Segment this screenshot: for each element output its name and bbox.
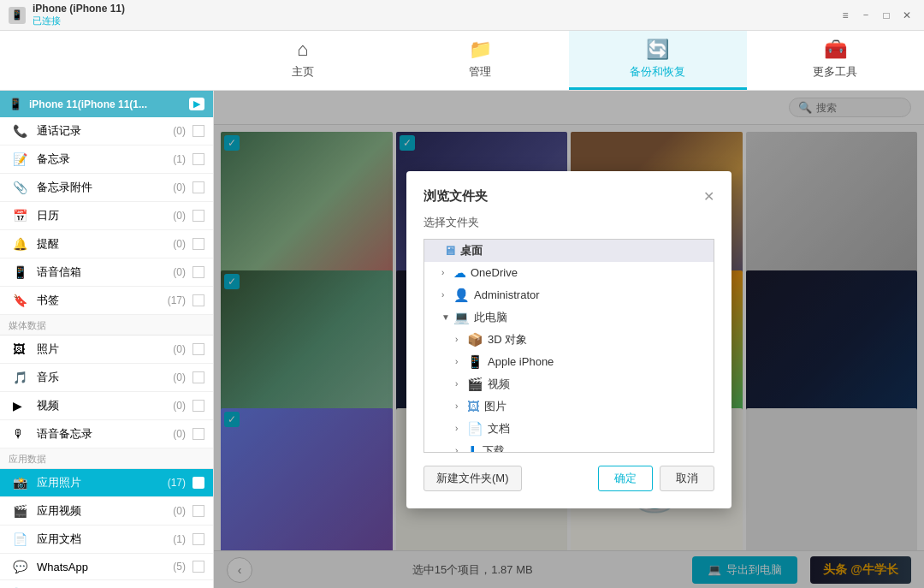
sidebar: 📱 iPhone 11(iPhone 11(1... ▶ 📞 通话记录 (0) … [0, 91, 214, 588]
nav-manage[interactable]: 📁 管理 [392, 31, 570, 90]
dialog-title: 浏览文件夹 [424, 188, 488, 205]
tree-label: Administrator [474, 288, 540, 301]
tree-arrow: › [455, 446, 467, 453]
reminder-label: 提醒 [37, 236, 173, 252]
calls-label: 通话记录 [37, 123, 173, 139]
voicemail-count: (0) [173, 266, 186, 278]
tree-arrow: › [455, 401, 467, 411]
app-photos-count: (17) [168, 477, 186, 489]
notes-checkbox[interactable] [192, 153, 204, 165]
app-icon: 📱 [9, 7, 26, 24]
tree-arrow: › [441, 290, 453, 300]
voicemail-checkbox[interactable] [192, 266, 204, 278]
sidebar-item-whatsapp-attach[interactable]: 📎 WhatsApp附件 (14) [0, 580, 213, 588]
dialog-close-button[interactable]: ✕ [703, 188, 714, 205]
sidebar-item-photos[interactable]: 🖼 照片 (0) [0, 336, 213, 364]
device-info: iPhone (iPhone 11) 已连接 [33, 3, 125, 27]
tree-item-video[interactable]: › 🎬 视频 [424, 373, 714, 395]
tree-item-downloads[interactable]: › ⬇ 下载 [424, 440, 714, 453]
calls-checkbox[interactable] [192, 125, 204, 137]
folder-tree[interactable]: 🖥 桌面 › ☁ OneDrive › 👤 Administrator [424, 239, 714, 453]
bookmarks-count: (17) [168, 294, 186, 306]
tree-item-apple-iphone[interactable]: › 📱 Apple iPhone [424, 351, 714, 373]
main-layout: 📱 iPhone 11(iPhone 11(1... ▶ 📞 通话记录 (0) … [0, 91, 924, 588]
reminder-icon: 🔔 [13, 237, 30, 251]
maximize-button[interactable]: □ [878, 7, 895, 24]
device-status: 已连接 [33, 15, 125, 27]
sidebar-item-calendar[interactable]: 📅 日历 (0) [0, 202, 213, 230]
sidebar-item-app-docs[interactable]: 📄 应用文档 (1) [0, 526, 213, 554]
calendar-count: (0) [173, 210, 186, 222]
dialog-overlay: 浏览文件夹 ✕ 选择文件夹 🖥 桌面 › ☁ OneDrive [214, 91, 924, 588]
sidebar-item-app-photos[interactable]: 📸 应用照片 (17) [0, 469, 213, 497]
video-folder-icon: 🎬 [467, 377, 483, 392]
reminder-checkbox[interactable] [192, 238, 204, 250]
sidebar-item-voicemail[interactable]: 📱 语音信箱 (0) [0, 258, 213, 287]
bookmarks-checkbox[interactable] [192, 294, 204, 306]
tree-label: OneDrive [471, 266, 518, 279]
voice-memo-checkbox[interactable] [192, 428, 204, 440]
tree-item-this-pc[interactable]: ▼ 💻 此电脑 [424, 306, 714, 329]
confirm-button[interactable]: 确定 [598, 466, 653, 491]
onedrive-icon: ☁ [453, 265, 466, 281]
window-controls: ≡ － □ ✕ [837, 7, 915, 24]
nav-backup-label: 备份和恢复 [630, 64, 685, 80]
video-icon: ▶ [13, 399, 30, 413]
docs-folder-icon: 📄 [467, 421, 483, 437]
sidebar-item-music[interactable]: 🎵 音乐 (0) [0, 364, 213, 392]
sidebar-item-reminder[interactable]: 🔔 提醒 (0) [0, 230, 213, 258]
tree-label: 图片 [484, 399, 506, 414]
nav-home[interactable]: ⌂ 主页 [214, 31, 392, 90]
notes-attach-checkbox[interactable] [192, 181, 204, 193]
tree-item-onedrive[interactable]: › ☁ OneDrive [424, 262, 714, 284]
sidebar-item-notes[interactable]: 📝 备忘录 (1) [0, 146, 213, 174]
cancel-button[interactable]: 取消 [660, 466, 714, 491]
tree-arrow: › [455, 335, 467, 344]
menu-button[interactable]: ≡ [837, 7, 854, 24]
dialog-header: 浏览文件夹 ✕ [424, 188, 714, 205]
sidebar-item-whatsapp[interactable]: 💬 WhatsApp (5) [0, 554, 213, 580]
tree-item-desktop-root[interactable]: 🖥 桌面 [424, 240, 714, 262]
photos-icon: 🖼 [13, 342, 30, 356]
app-video-count: (0) [173, 505, 186, 517]
tree-item-3d[interactable]: › 📦 3D 对象 [424, 329, 714, 351]
folder-icon: 📁 [469, 39, 492, 61]
calendar-label: 日历 [37, 208, 173, 223]
sidebar-item-bookmarks[interactable]: 🔖 书签 (17) [0, 287, 213, 315]
sidebar-device[interactable]: 📱 iPhone 11(iPhone 11(1... ▶ [0, 91, 213, 117]
sidebar-item-notes-attach[interactable]: 📎 备忘录附件 (0) [0, 174, 213, 202]
voice-memo-icon: 🎙 [13, 427, 30, 441]
sidebar-item-voice-memo[interactable]: 🎙 语音备忘录 (0) [0, 420, 213, 448]
bookmarks-icon: 🔖 [13, 294, 30, 307]
minimize-button[interactable]: － [857, 7, 874, 24]
app-docs-checkbox[interactable] [192, 533, 204, 545]
sidebar-item-video[interactable]: ▶ 视频 (0) [0, 392, 213, 420]
calls-icon: 📞 [13, 124, 30, 138]
music-count: (0) [173, 371, 186, 383]
whatsapp-label: WhatsApp [37, 561, 173, 573]
close-button[interactable]: ✕ [898, 7, 915, 24]
video-checkbox[interactable] [192, 400, 204, 412]
tree-item-docs[interactable]: › 📄 文档 [424, 418, 714, 440]
home-icon: ⌂ [297, 39, 308, 61]
toolbar: ⌂ 主页 📁 管理 🔄 备份和恢复 🧰 更多工具 [0, 31, 924, 91]
new-folder-button[interactable]: 新建文件夹(M) [424, 466, 522, 491]
tree-item-administrator[interactable]: › 👤 Administrator [424, 284, 714, 306]
sidebar-item-calls[interactable]: 📞 通话记录 (0) [0, 117, 213, 146]
photos-checkbox[interactable] [192, 343, 204, 355]
user-icon: 👤 [453, 288, 470, 303]
app-video-checkbox[interactable] [192, 505, 204, 517]
nav-backup[interactable]: 🔄 备份和恢复 [569, 31, 747, 90]
nav-tools[interactable]: 🧰 更多工具 [747, 31, 925, 90]
pictures-icon: 🖼 [467, 399, 480, 413]
whatsapp-icon: 💬 [13, 560, 30, 573]
tree-label: 下载 [483, 443, 505, 453]
whatsapp-count: (5) [173, 561, 186, 573]
tree-arrow: ▼ [441, 312, 453, 322]
calendar-checkbox[interactable] [192, 210, 204, 222]
whatsapp-checkbox[interactable] [192, 561, 204, 573]
tree-item-pictures[interactable]: › 🖼 图片 [424, 395, 714, 418]
tree-arrow: › [441, 268, 453, 277]
music-checkbox[interactable] [192, 371, 204, 383]
sidebar-item-app-video[interactable]: 🎬 应用视频 (0) [0, 497, 213, 526]
